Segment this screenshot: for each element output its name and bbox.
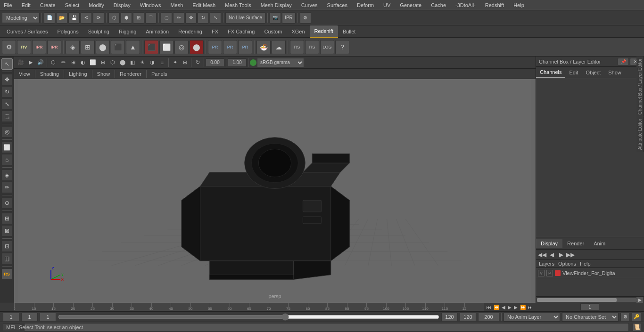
- layer-back-more[interactable]: ◀◀: [538, 251, 546, 259]
- tab-show-ch[interactable]: Show: [604, 68, 625, 77]
- shelf-render-icon[interactable]: 🍜: [256, 40, 271, 54]
- tab-xgen[interactable]: XGen: [287, 25, 309, 38]
- bb-start-frame[interactable]: [3, 313, 19, 321]
- vh-view[interactable]: View: [17, 71, 32, 77]
- shelf-grid[interactable]: ⊞: [81, 40, 95, 54]
- timeline-ruler[interactable]: 5101520253035404550556065707580859095100…: [14, 303, 484, 311]
- vertical-tab-attribute-editor[interactable]: Attribute Editor: [636, 117, 644, 152]
- vh-panels[interactable]: Panels: [149, 71, 169, 77]
- vt-color-space-dropdown[interactable]: sRGB gamma: [257, 58, 304, 67]
- pb-forward[interactable]: ▶: [513, 305, 519, 310]
- select-by-hierarchy[interactable]: ⬢: [121, 12, 132, 24]
- bb-anim-layer-dropdown[interactable]: No Anim Layer: [504, 312, 560, 322]
- vt-grid-vis[interactable]: ⊞: [98, 58, 107, 67]
- move-tool-btn[interactable]: ✥: [1, 74, 13, 85]
- tab-edit-ch[interactable]: Edit: [565, 68, 582, 77]
- vt-paint[interactable]: ✏: [58, 58, 68, 67]
- tab-fx[interactable]: FX: [207, 25, 223, 38]
- rotate-btn[interactable]: ↻: [198, 12, 209, 24]
- shelf-rs1[interactable]: RS: [290, 40, 304, 54]
- move-btn[interactable]: ✥: [185, 12, 197, 24]
- pb-step-back[interactable]: ⏪: [493, 305, 500, 310]
- shelf-cube[interactable]: ⬛: [111, 40, 125, 54]
- bb-total-frames[interactable]: [478, 313, 499, 321]
- vt-audio[interactable]: 🔊: [36, 58, 45, 67]
- menu-create[interactable]: Create: [38, 1, 58, 9]
- vt-hud[interactable]: ≡: [157, 58, 167, 67]
- bb-char-set-dropdown[interactable]: No Character Set: [562, 312, 619, 322]
- lmb-help[interactable]: Help: [580, 261, 591, 267]
- menu-3dtoall[interactable]: -3DtoAll-: [454, 1, 478, 9]
- display-settings[interactable]: ⚙: [300, 12, 311, 24]
- shelf-circle[interactable]: ◎: [174, 40, 189, 54]
- tab-sculpting[interactable]: Sculpting: [83, 25, 114, 38]
- menu-mesh-display[interactable]: Mesh Display: [259, 1, 294, 9]
- scale-btn[interactable]: ⤡: [210, 12, 221, 24]
- bb-current-frame[interactable]: [21, 313, 38, 321]
- dope-sheet[interactable]: ⊠: [1, 225, 13, 236]
- shelf-pr2[interactable]: PR: [223, 40, 237, 54]
- tab-rendering[interactable]: Rendering: [173, 25, 207, 38]
- workspace-dropdown[interactable]: Modeling: [2, 13, 40, 23]
- layer-scrollbar-thumb[interactable]: [537, 298, 617, 302]
- menu-display[interactable]: Display: [112, 1, 132, 9]
- tab-rigging[interactable]: Rigging: [114, 25, 141, 38]
- menu-generate[interactable]: Generate: [398, 1, 423, 9]
- shelf-rs2[interactable]: RS: [305, 40, 319, 54]
- shelf-ipr2[interactable]: IPR: [47, 40, 61, 54]
- select-tool-btn[interactable]: ↖: [1, 58, 13, 70]
- bb-key-btn[interactable]: 🔑: [632, 313, 641, 321]
- shelf-band[interactable]: ⬜: [159, 40, 173, 54]
- undo-button[interactable]: ⟲: [81, 12, 92, 24]
- shelf-sphere[interactable]: ⬤: [96, 40, 110, 54]
- layer-anim-tab[interactable]: Anim: [589, 239, 610, 248]
- menu-select[interactable]: Select: [63, 1, 82, 9]
- render-view[interactable]: 📷: [270, 12, 281, 24]
- vt-filmstrip[interactable]: ▶: [26, 58, 35, 67]
- vertical-tab-channel-box[interactable]: Channel Box / Layer Editor: [636, 57, 644, 117]
- bb-char-set-btn[interactable]: ⚙: [620, 313, 630, 321]
- vt-xray[interactable]: ✦: [170, 58, 180, 67]
- paint-sel[interactable]: ✏: [173, 12, 184, 24]
- vt-scale-input[interactable]: [228, 58, 247, 67]
- shelf-help[interactable]: ?: [335, 40, 349, 54]
- render-settings[interactable]: ⊡: [1, 241, 13, 252]
- vh-shading[interactable]: Shading: [38, 71, 61, 77]
- vt-color-space-picker[interactable]: [250, 59, 256, 66]
- lasso-tool[interactable]: ◌: [161, 12, 172, 24]
- graph-editor[interactable]: ⊞: [1, 213, 13, 224]
- layer-forward[interactable]: ▶: [557, 251, 565, 259]
- bb-range-end[interactable]: [441, 313, 458, 321]
- menu-windows[interactable]: Windows: [138, 1, 163, 9]
- layer-playback-0[interactable]: P: [546, 270, 553, 276]
- menu-surfaces[interactable]: Surfaces: [325, 1, 349, 9]
- no-live-surface[interactable]: No Live Surface: [225, 12, 265, 24]
- shelf-diamond[interactable]: ◈: [66, 40, 80, 54]
- shelf-rv[interactable]: RV: [17, 40, 31, 54]
- quick-render[interactable]: ◫: [1, 253, 13, 264]
- bb-timeline-range[interactable]: [58, 314, 439, 320]
- layer-render-tab[interactable]: Render: [562, 239, 589, 248]
- tab-curves-surfaces[interactable]: Curves / Surfaces: [2, 25, 52, 38]
- vt-gate[interactable]: ⊟: [180, 58, 190, 67]
- shelf-ipr[interactable]: IPR: [32, 40, 46, 54]
- menu-edit[interactable]: Edit: [20, 1, 33, 9]
- scale-tool-btn[interactable]: ⤡: [1, 98, 13, 110]
- pb-skip-fwd[interactable]: ⏭: [527, 305, 534, 310]
- layer-forward-more[interactable]: ▶▶: [566, 251, 575, 259]
- shelf-red-circle[interactable]: ⬤: [190, 40, 204, 54]
- menu-uv[interactable]: UV: [381, 1, 392, 9]
- script-editor-icon[interactable]: 📜: [633, 323, 641, 332]
- layer-scroll-right[interactable]: ▶: [636, 297, 643, 303]
- layer-visible-0[interactable]: V: [538, 270, 545, 276]
- menu-mesh[interactable]: Mesh: [168, 1, 185, 9]
- paint-attr[interactable]: ✏: [1, 182, 13, 193]
- pb-skip-back[interactable]: ⏮: [486, 305, 492, 310]
- tab-channels[interactable]: Channels: [536, 67, 565, 78]
- vt-shadows[interactable]: ◑: [148, 58, 157, 67]
- bb-max-frame[interactable]: [460, 313, 476, 321]
- shelf-pr1[interactable]: PR: [208, 40, 222, 54]
- vt-wireframe[interactable]: ⬡: [108, 58, 117, 67]
- tab-redshift[interactable]: Redshift: [310, 25, 338, 38]
- new-scene-button[interactable]: 📄: [44, 12, 55, 24]
